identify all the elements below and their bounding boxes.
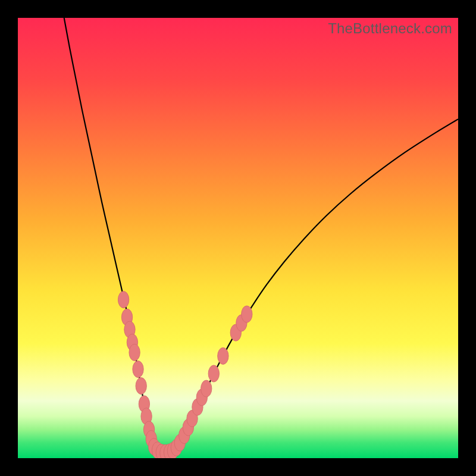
bottleneck-curve <box>64 18 458 453</box>
curve-layer <box>18 18 458 458</box>
svg-point-26 <box>208 365 219 382</box>
svg-point-6 <box>133 361 143 377</box>
svg-point-1 <box>118 292 129 308</box>
watermark-text: TheBottleneck.com <box>328 20 452 37</box>
svg-point-5 <box>129 344 140 361</box>
data-markers <box>118 292 252 458</box>
outer-frame: TheBottleneck.com <box>0 0 476 476</box>
svg-point-27 <box>218 347 228 364</box>
svg-point-30 <box>242 306 252 322</box>
svg-point-7 <box>136 378 146 394</box>
svg-point-25 <box>201 380 212 397</box>
plot-area: TheBottleneck.com <box>18 18 458 458</box>
